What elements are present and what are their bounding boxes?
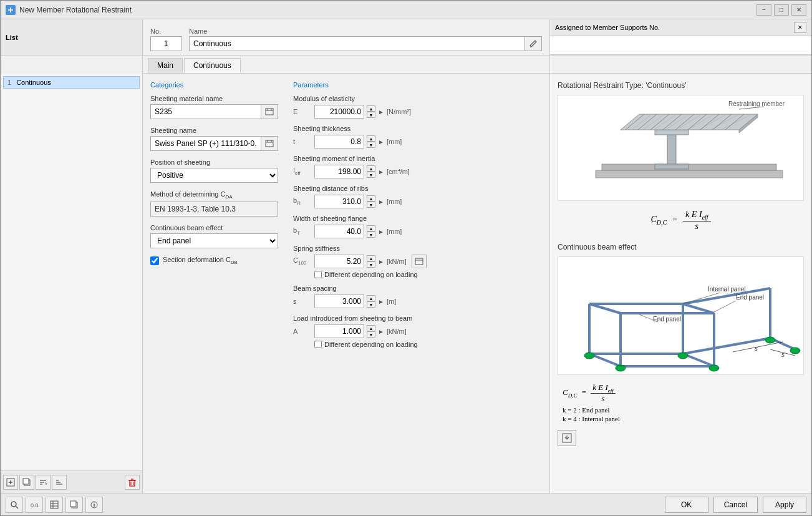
E-down[interactable]: ▼ <box>367 112 375 118</box>
dialog-buttons: OK Cancel Apply <box>665 497 806 513</box>
svg-line-84 <box>714 301 736 312</box>
search-button[interactable] <box>6 497 23 513</box>
svg-rect-32 <box>667 133 676 165</box>
Ieff-up[interactable]: ▲ <box>367 165 375 172</box>
apply-button[interactable]: Apply <box>763 497 806 513</box>
window-title: New Member Rotational Restraint <box>19 6 756 14</box>
C100-down[interactable]: ▼ <box>367 261 375 268</box>
info-button[interactable] <box>85 497 103 513</box>
close-button[interactable]: ✕ <box>791 4 806 16</box>
s-input[interactable] <box>314 295 364 308</box>
C100-input[interactable] <box>314 255 364 268</box>
method-group: Method of determining CDA EN 1993-1-3, T… <box>150 190 278 217</box>
tab-main[interactable]: Main <box>148 58 183 73</box>
bR-down[interactable]: ▼ <box>367 202 375 208</box>
svg-point-78 <box>790 348 800 354</box>
bR-unit: [mm] <box>387 198 402 205</box>
s-up[interactable]: ▲ <box>367 295 375 301</box>
bT-down[interactable]: ▼ <box>367 231 375 238</box>
beam-effect-select[interactable]: End panel Internal panel <box>150 233 278 248</box>
t-input[interactable] <box>314 135 364 148</box>
section-deform-checkbox[interactable] <box>150 256 159 265</box>
sheeting-name-group: Sheeting name <box>150 127 278 151</box>
load-group: Load introduced from sheeting to beam A … <box>293 314 542 348</box>
E-input[interactable] <box>314 105 364 119</box>
bT-unit: [mm] <box>387 228 402 235</box>
C100-unit: [kN/m] <box>387 258 407 265</box>
name-input[interactable] <box>189 36 524 51</box>
assigned-clear-button[interactable]: ✕ <box>794 22 806 33</box>
method-value: EN 1993-1-3, Table 10.3 <box>150 202 278 217</box>
A-input[interactable] <box>314 324 364 338</box>
sheeting-material-input[interactable] <box>150 104 261 119</box>
beam-effect-group: Continuous beam effect End panel Interna… <box>150 224 278 248</box>
k-eq-1: k = 2 : End panel <box>563 406 799 414</box>
sort-desc-button[interactable] <box>52 475 67 490</box>
parameters-title: Parameters <box>293 81 542 89</box>
main-window: New Member Rotational Restraint − □ ✕ Li… <box>0 0 812 516</box>
bR-input[interactable] <box>314 195 364 208</box>
section-deform-group: Section deformation CDB <box>150 256 278 265</box>
bT-up[interactable]: ▲ <box>367 225 375 231</box>
C100-symbol: C100 <box>293 256 312 266</box>
new-button[interactable] <box>3 475 18 490</box>
minimize-button[interactable]: − <box>756 4 771 16</box>
cancel-button[interactable]: Cancel <box>713 497 758 513</box>
formula-1: CD,C = k E Ieff s <box>558 206 804 235</box>
A-down[interactable]: ▼ <box>367 331 375 338</box>
assigned-section: Assigned to Member Supports No. ✕ <box>549 19 811 55</box>
beam-svg <box>558 95 801 195</box>
bR-up[interactable]: ▲ <box>367 195 375 202</box>
bT-input[interactable] <box>314 225 364 238</box>
beam-effect-section-label: Continuous beam effect <box>558 243 804 251</box>
sort-asc-button[interactable] <box>36 475 51 490</box>
delete-button[interactable] <box>125 475 140 490</box>
moment-group: Sheeting moment of inertia Ieff ▲ ▼ ► [c… <box>293 155 542 178</box>
diff-loading-2-checkbox[interactable] <box>314 341 322 348</box>
modulus-group: Modulus of elasticity E ▲ ▼ ► [N/mm²] <box>293 95 542 119</box>
spring-label: Spring stiffness <box>293 245 542 252</box>
duplicate-button[interactable] <box>19 475 34 490</box>
k-eq-2: k = 4 : Internal panel <box>563 415 799 422</box>
sheeting-material-browse[interactable] <box>261 104 278 119</box>
list-item[interactable]: 1 Continuous <box>3 76 140 89</box>
tab-continuous[interactable]: Continuous <box>184 58 241 73</box>
sheeting-material-label: Sheeting material name <box>150 95 278 102</box>
E-up[interactable]: ▲ <box>367 105 375 112</box>
Ieff-input[interactable] <box>314 165 364 178</box>
number-input[interactable] <box>150 36 181 51</box>
svg-point-76 <box>709 365 719 371</box>
C100-browse[interactable] <box>412 255 427 268</box>
t-down[interactable]: ▼ <box>367 142 375 148</box>
svg-point-74 <box>616 365 626 371</box>
form-area: Categories Sheeting material name Sheeti… <box>143 74 549 493</box>
C100-up[interactable]: ▲ <box>367 255 375 261</box>
maximize-button[interactable]: □ <box>774 4 789 16</box>
copy-button[interactable] <box>65 497 83 513</box>
sheeting-name-browse[interactable] <box>261 136 278 151</box>
sheeting-name-input[interactable] <box>150 136 261 151</box>
number-field-group: No. <box>150 27 181 51</box>
s-down[interactable]: ▼ <box>367 301 375 308</box>
assigned-header: Assigned to Member Supports No. <box>555 24 660 31</box>
diff-loading-2-label: Different depending on loading <box>324 341 418 348</box>
export-button[interactable] <box>558 430 576 446</box>
units-button[interactable]: 0.0 <box>26 497 43 513</box>
position-select[interactable]: Positive Negative <box>150 168 278 183</box>
edit-name-button[interactable] <box>524 36 542 51</box>
parameters-column: Parameters Modulus of elasticity E ▲ ▼ ►… <box>293 81 542 485</box>
A-up[interactable]: ▲ <box>367 325 375 331</box>
t-up[interactable]: ▲ <box>367 135 375 142</box>
Ieff-down[interactable]: ▼ <box>367 172 375 178</box>
svg-rect-99 <box>70 501 76 507</box>
diff-loading-1-checkbox[interactable] <box>314 271 322 278</box>
ok-button[interactable]: OK <box>665 497 708 513</box>
spring-group: Spring stiffness C100 ▲ ▼ ► [kN/m] <box>293 245 542 278</box>
svg-point-91 <box>11 502 16 507</box>
svg-rect-31 <box>602 164 776 170</box>
list-toolbar <box>1 470 142 493</box>
svg-text:End panel: End panel <box>736 294 764 301</box>
table-button[interactable] <box>46 497 63 513</box>
categories-column: Categories Sheeting material name Sheeti… <box>150 81 278 485</box>
svg-rect-20 <box>266 109 273 115</box>
